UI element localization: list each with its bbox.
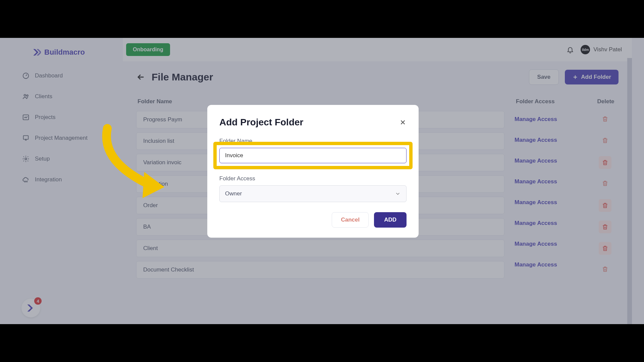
letterbox-top bbox=[0, 0, 644, 38]
highlighted-region bbox=[213, 142, 413, 169]
letterbox-bottom bbox=[0, 324, 644, 362]
modal-header: Add Project Folder bbox=[219, 117, 407, 128]
folder-access-label: Folder Access bbox=[219, 175, 407, 182]
modal-actions: Cancel ADD bbox=[219, 212, 407, 228]
select-value: Owner bbox=[225, 190, 242, 197]
cancel-button[interactable]: Cancel bbox=[332, 212, 369, 228]
chevron-down-icon bbox=[395, 191, 401, 197]
close-icon[interactable] bbox=[399, 119, 407, 126]
app-frame: Buildmacro Dashboard Clients Projects P bbox=[0, 38, 644, 324]
add-button[interactable]: ADD bbox=[374, 212, 407, 228]
add-folder-modal: Add Project Folder Folder Name Folder Ac… bbox=[207, 105, 419, 238]
folder-access-select[interactable]: Owner bbox=[219, 185, 407, 202]
folder-name-input[interactable] bbox=[219, 148, 407, 163]
modal-title: Add Project Folder bbox=[219, 117, 303, 128]
